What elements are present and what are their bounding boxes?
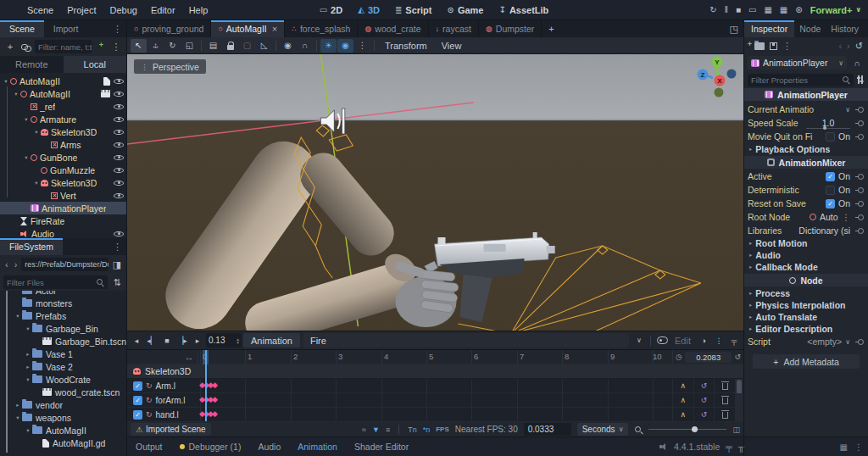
visibility-icon[interactable] bbox=[114, 230, 124, 238]
delete-track-icon[interactable] bbox=[714, 379, 735, 392]
collapse-icon[interactable]: ▾ bbox=[24, 325, 32, 332]
menu-scene[interactable]: Scene bbox=[20, 5, 60, 15]
workspace-game[interactable]: ⊙Game bbox=[441, 5, 491, 15]
list-select-tool[interactable]: ▤ bbox=[205, 39, 221, 53]
preview-sun-toggle[interactable]: ☀ bbox=[320, 39, 337, 53]
stop-animation-button[interactable]: ■ bbox=[160, 333, 174, 348]
tab-node[interactable]: Node bbox=[794, 20, 826, 37]
menu-editor[interactable]: Editor bbox=[144, 5, 182, 15]
file-row[interactable]: ▾Prefabs bbox=[0, 309, 126, 322]
property-row[interactable]: Libraries Dictionary (si bbox=[744, 224, 868, 237]
animation-list-chevron[interactable]: ∨ bbox=[632, 333, 646, 348]
view-menu[interactable]: View bbox=[435, 41, 469, 51]
sun-env-menu-icon[interactable]: ⋮ bbox=[354, 39, 370, 53]
play-from-end-button[interactable]: ▸ bbox=[191, 333, 204, 348]
filter-properties-input[interactable]: Filter Properties bbox=[748, 74, 854, 86]
track-loop-wrap-icon[interactable]: ↺ bbox=[693, 408, 715, 421]
scene-filter-input[interactable]: Filter: name, t:t bbox=[35, 40, 92, 53]
loop-icon[interactable]: ↺ bbox=[734, 353, 741, 361]
maximize-icon[interactable]: ◳ bbox=[725, 20, 743, 37]
tab-local[interactable]: Local bbox=[64, 56, 127, 73]
filesystem-menu-icon[interactable]: ⋮ bbox=[108, 238, 126, 255]
scene-tab-active[interactable]: ○AutoMagII× bbox=[211, 20, 285, 37]
section-callback-mode[interactable]: ▸Callback Mode bbox=[744, 261, 868, 273]
snap-timeline-icon[interactable]: Tn bbox=[408, 425, 417, 434]
renderer-selector[interactable]: Forward+∨ bbox=[810, 5, 861, 15]
autokey-icon[interactable] bbox=[655, 333, 669, 348]
menu-help[interactable]: Help bbox=[182, 5, 215, 15]
visibility-icon[interactable] bbox=[114, 192, 124, 200]
keyframe-key-icon[interactable] bbox=[854, 226, 865, 236]
tree-row[interactable]: GunMuzzle bbox=[0, 164, 126, 176]
collapse-icon[interactable]: ▾ bbox=[22, 116, 31, 123]
viewport-3d[interactable]: Y Z X ⋮ Perspective bbox=[127, 54, 743, 331]
tree-row[interactable]: FireRate bbox=[0, 214, 126, 227]
keyframe-key-icon[interactable] bbox=[854, 119, 865, 128]
property-row[interactable]: Current Animatio ∨ bbox=[744, 103, 868, 116]
visibility-icon[interactable] bbox=[114, 77, 124, 86]
load-resource-icon[interactable] bbox=[754, 42, 765, 50]
filter-files-input[interactable]: Filter Files bbox=[3, 275, 108, 289]
visibility-icon[interactable] bbox=[114, 103, 124, 111]
speed-scale-slider[interactable]: 1.0 bbox=[806, 118, 850, 129]
play-backwards-from-end-button[interactable]: ◂ bbox=[130, 333, 143, 348]
remote-debug-icon[interactable]: ▭ bbox=[748, 5, 756, 14]
tree-row[interactable]: ▾AutoMagII bbox=[0, 75, 126, 87]
delete-track-icon[interactable] bbox=[714, 393, 735, 407]
track-group-row[interactable]: Skeleton3D bbox=[127, 364, 743, 379]
keyframe-key-icon[interactable] bbox=[854, 213, 865, 222]
filter-tracks-icon[interactable]: ▼ bbox=[372, 425, 380, 434]
tab-inspector[interactable]: Inspector bbox=[744, 20, 794, 37]
section-physics-interpolation[interactable]: ▸Physics Interpolation bbox=[744, 299, 868, 311]
delete-track-icon[interactable] bbox=[714, 408, 735, 421]
section-process[interactable]: ▸Process bbox=[744, 287, 868, 299]
tree-row[interactable]: ▾Skeleton3D bbox=[0, 176, 126, 189]
play-button[interactable]: ↻ bbox=[709, 5, 716, 14]
tree-row[interactable]: Arms bbox=[0, 138, 126, 151]
close-icon[interactable]: × bbox=[272, 24, 277, 34]
sort-icon[interactable]: ⇅ bbox=[111, 277, 123, 288]
snap-icon[interactable]: ∩ bbox=[297, 39, 313, 53]
add-metadata-button[interactable]: + Add Metadata bbox=[753, 354, 860, 369]
track-update-mode-icon[interactable]: ∧ bbox=[672, 393, 693, 407]
bottom-tab-debugger[interactable]: Debugger (1) bbox=[171, 442, 250, 452]
forward-icon[interactable]: › bbox=[13, 259, 19, 270]
corner-menu-icon[interactable]: ⋮ bbox=[854, 442, 863, 452]
axis-neg-ball[interactable] bbox=[726, 70, 736, 79]
file-row[interactable]: ▸Vase 1 bbox=[0, 348, 126, 360]
animation-name-field[interactable]: Fire bbox=[303, 333, 629, 348]
scale-tool[interactable]: ◱ bbox=[181, 39, 198, 53]
menu-project[interactable]: Project bbox=[60, 5, 103, 15]
pause-button[interactable]: ‖ bbox=[725, 5, 728, 14]
tab-import[interactable]: Import bbox=[44, 20, 88, 37]
track-update-mode-icon[interactable]: ∧ bbox=[672, 408, 693, 421]
collapse-icon[interactable]: ▾ bbox=[32, 129, 41, 136]
bottom-tab-output[interactable]: Output bbox=[127, 442, 171, 452]
property-filter-options-icon[interactable] bbox=[856, 75, 865, 84]
property-row[interactable]: Root Node Auto⋮ bbox=[744, 210, 868, 224]
history-forward-icon[interactable]: › bbox=[847, 41, 850, 51]
fit-timeline-icon[interactable]: ◫ bbox=[732, 425, 740, 434]
track-enabled-checkbox[interactable]: ✓ bbox=[133, 381, 142, 391]
checkbox-checked[interactable]: ✓ bbox=[826, 172, 835, 181]
layout-grid-icon[interactable]: ▦ bbox=[840, 442, 848, 452]
track-loop-wrap-icon[interactable]: ↺ bbox=[693, 379, 715, 392]
instance-scene-icon[interactable] bbox=[19, 42, 31, 51]
property-row[interactable]: Reset on Save ✓On bbox=[744, 197, 868, 210]
property-row[interactable]: Script <empty>∨ bbox=[744, 335, 868, 348]
scene-tab[interactable]: ◍Dumpster bbox=[479, 20, 542, 37]
file-row[interactable]: ▸Vase 2 bbox=[0, 360, 126, 373]
group-tracks-icon[interactable]: ≡ bbox=[386, 425, 390, 434]
play-button[interactable]: ▕▸ bbox=[175, 333, 189, 348]
animation-track[interactable]: ✓↻forArm.l ◆ ◆ ◆ ◆ ∧ ↺ bbox=[127, 393, 743, 408]
expand-icon[interactable]: ▸ bbox=[24, 364, 32, 370]
animation-track[interactable]: ✓↻hand.l ◆ ◆ ◆ ◆ ∧ ↺ bbox=[127, 408, 743, 422]
visibility-icon[interactable] bbox=[114, 141, 124, 149]
tree-row[interactable]: _ref bbox=[0, 100, 126, 113]
file-row[interactable]: ▾Garbage_Bin bbox=[0, 322, 126, 335]
rotate-tool[interactable]: ↻ bbox=[164, 39, 181, 53]
path-field[interactable]: res://Prefab/Dumpster/Du bbox=[21, 258, 108, 271]
play-scene-button[interactable]: ▦ bbox=[764, 5, 771, 14]
inspector-menu-icon[interactable]: ⋮ bbox=[864, 20, 868, 37]
tree-row[interactable]: ▾Skeleton3D bbox=[0, 125, 126, 138]
